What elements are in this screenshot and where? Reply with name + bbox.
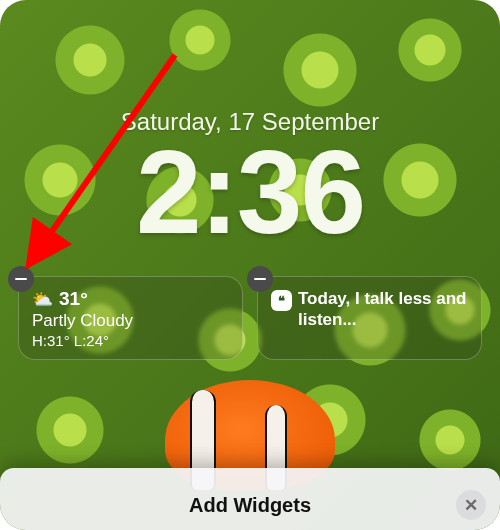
weather-widget[interactable]: ⛅ 31° Partly Cloudy H:31° L:24° [18,276,243,360]
weather-hilo: H:31° L:24° [32,332,229,349]
quote-widget[interactable]: ❝ Today, I talk less and listen... [257,276,482,360]
quote-icon: ❝ [271,290,292,311]
weather-condition: Partly Cloudy [32,311,229,331]
lock-screen: Saturday, 17 September 2:36 ⛅ 31° Partly… [0,0,500,530]
weather-temperature: 31° [59,288,88,310]
remove-widget-button[interactable] [8,266,34,292]
quote-text: Today, I talk less and listen... [298,288,468,331]
remove-widget-button[interactable] [247,266,273,292]
widget-row: ⛅ 31° Partly Cloudy H:31° L:24° ❝ Today,… [18,276,482,360]
time-label[interactable]: 2:36 [0,128,500,258]
weather-icon: ⛅ [32,291,53,308]
close-icon[interactable]: ✕ [456,490,486,520]
sheet-title: Add Widgets [189,494,311,517]
add-widgets-sheet[interactable]: Add Widgets ✕ [0,468,500,530]
